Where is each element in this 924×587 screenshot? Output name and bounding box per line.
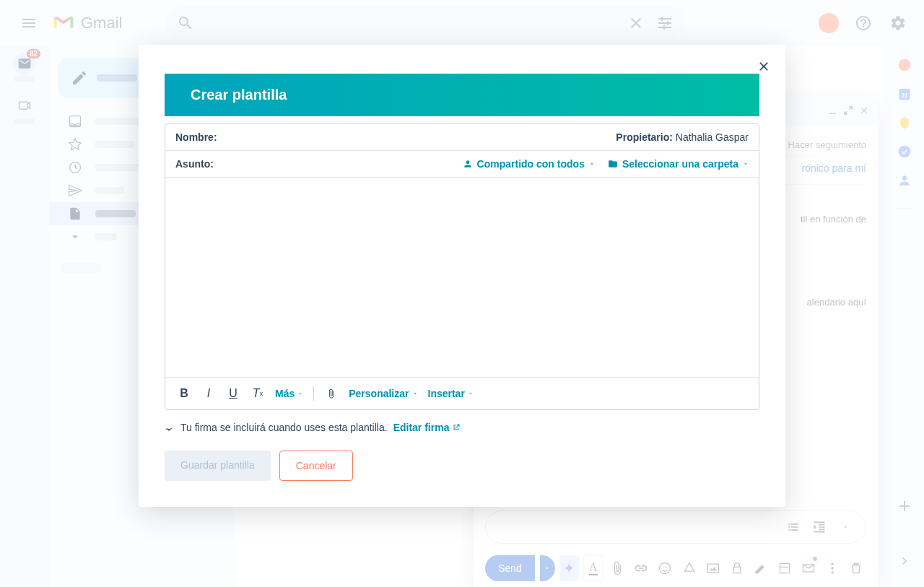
signature-info: Tu firma se incluirá cuando uses esta pl… [165,422,759,433]
share-dropdown[interactable]: Compartido con todos [463,158,595,170]
owner-name: Nathalia Gaspar [676,131,749,143]
underline-button[interactable]: U [222,382,245,405]
close-icon [757,59,771,74]
insert-dropdown[interactable]: Insertar [424,388,478,399]
caret-down-icon [468,391,474,396]
signature-icon [165,422,175,432]
subject-row: Asunto: Compartido con todos Seleccionar… [165,151,759,178]
person-icon [463,159,473,169]
italic-button[interactable]: I [197,382,220,405]
modal-overlay: Crear plantilla Nombre: Propietario: Nat… [0,0,924,587]
attach-button[interactable] [320,382,343,405]
name-label: Nombre: [175,131,217,143]
caret-down-icon [297,391,303,396]
owner-label: Propietario: [616,131,673,143]
cancel-button[interactable]: Cancelar [279,451,353,481]
attachment-icon [326,388,336,399]
edit-signature-link[interactable]: Editar firma [393,422,461,433]
template-form: Nombre: Propietario: Nathalia Gaspar Asu… [165,123,759,410]
create-template-modal: Crear plantilla Nombre: Propietario: Nat… [139,45,785,507]
signature-text: Tu firma se incluirá cuando uses esta pl… [180,422,388,433]
caret-down-icon [589,161,595,167]
modal-banner: Crear plantilla [165,74,759,116]
more-format-dropdown[interactable]: Más [271,388,308,399]
folder-dropdown[interactable]: Seleccionar una carpeta [608,158,749,170]
save-template-button[interactable]: Guardar plantilla [165,451,271,481]
personalize-dropdown[interactable]: Personalizar [344,388,422,399]
caret-down-icon [412,391,418,396]
modal-actions: Guardar plantilla Cancelar [165,451,759,481]
subject-label: Asunto: [175,158,214,170]
caret-down-icon [743,161,749,167]
external-link-icon [452,423,461,432]
editor-toolbar: B I U Tx Más Personalizar Insertar [165,377,759,409]
template-editor[interactable] [165,178,759,377]
folder-icon [608,159,618,169]
modal-close-button[interactable] [755,58,772,75]
modal-title: Crear plantilla [191,87,733,103]
toolbar-separator [313,386,314,401]
bold-button[interactable]: B [173,382,196,405]
name-row: Nombre: Propietario: Nathalia Gaspar [165,124,759,151]
clear-format-button[interactable]: Tx [246,382,269,405]
